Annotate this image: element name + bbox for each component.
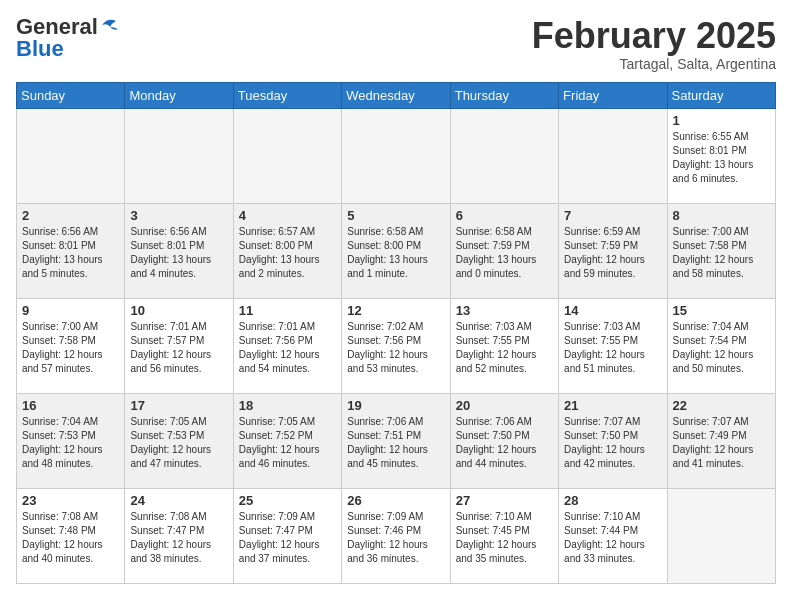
- day-info: Sunrise: 7:02 AM Sunset: 7:56 PM Dayligh…: [347, 320, 444, 376]
- calendar-day-cell: 19Sunrise: 7:06 AM Sunset: 7:51 PM Dayli…: [342, 393, 450, 488]
- day-info: Sunrise: 7:00 AM Sunset: 7:58 PM Dayligh…: [22, 320, 119, 376]
- day-info: Sunrise: 6:59 AM Sunset: 7:59 PM Dayligh…: [564, 225, 661, 281]
- day-info: Sunrise: 7:09 AM Sunset: 7:47 PM Dayligh…: [239, 510, 336, 566]
- day-info: Sunrise: 7:08 AM Sunset: 7:47 PM Dayligh…: [130, 510, 227, 566]
- day-number: 22: [673, 398, 770, 413]
- day-number: 17: [130, 398, 227, 413]
- calendar-day-cell: [233, 108, 341, 203]
- weekday-header-friday: Friday: [559, 82, 667, 108]
- logo-blue-text: Blue: [16, 38, 64, 60]
- calendar-day-cell: [125, 108, 233, 203]
- calendar-day-cell: 4Sunrise: 6:57 AM Sunset: 8:00 PM Daylig…: [233, 203, 341, 298]
- title-block: February 2025 Tartagal, Salta, Argentina: [532, 16, 776, 72]
- day-info: Sunrise: 6:58 AM Sunset: 8:00 PM Dayligh…: [347, 225, 444, 281]
- day-number: 20: [456, 398, 553, 413]
- calendar-day-cell: [450, 108, 558, 203]
- calendar-week-row: 16Sunrise: 7:04 AM Sunset: 7:53 PM Dayli…: [17, 393, 776, 488]
- day-number: 23: [22, 493, 119, 508]
- day-info: Sunrise: 7:04 AM Sunset: 7:54 PM Dayligh…: [673, 320, 770, 376]
- day-info: Sunrise: 7:05 AM Sunset: 7:52 PM Dayligh…: [239, 415, 336, 471]
- weekday-header-row: SundayMondayTuesdayWednesdayThursdayFrid…: [17, 82, 776, 108]
- weekday-header-thursday: Thursday: [450, 82, 558, 108]
- day-number: 2: [22, 208, 119, 223]
- calendar-day-cell: 10Sunrise: 7:01 AM Sunset: 7:57 PM Dayli…: [125, 298, 233, 393]
- month-title: February 2025: [532, 16, 776, 56]
- calendar-week-row: 2Sunrise: 6:56 AM Sunset: 8:01 PM Daylig…: [17, 203, 776, 298]
- calendar-day-cell: [559, 108, 667, 203]
- day-number: 10: [130, 303, 227, 318]
- location-text: Tartagal, Salta, Argentina: [532, 56, 776, 72]
- calendar-week-row: 23Sunrise: 7:08 AM Sunset: 7:48 PM Dayli…: [17, 488, 776, 583]
- day-info: Sunrise: 7:00 AM Sunset: 7:58 PM Dayligh…: [673, 225, 770, 281]
- day-info: Sunrise: 7:01 AM Sunset: 7:57 PM Dayligh…: [130, 320, 227, 376]
- day-info: Sunrise: 7:01 AM Sunset: 7:56 PM Dayligh…: [239, 320, 336, 376]
- day-info: Sunrise: 7:04 AM Sunset: 7:53 PM Dayligh…: [22, 415, 119, 471]
- day-number: 1: [673, 113, 770, 128]
- logo-bird-icon: [100, 17, 120, 33]
- day-number: 26: [347, 493, 444, 508]
- weekday-header-wednesday: Wednesday: [342, 82, 450, 108]
- day-number: 28: [564, 493, 661, 508]
- day-info: Sunrise: 7:08 AM Sunset: 7:48 PM Dayligh…: [22, 510, 119, 566]
- day-info: Sunrise: 6:56 AM Sunset: 8:01 PM Dayligh…: [130, 225, 227, 281]
- day-number: 3: [130, 208, 227, 223]
- calendar-day-cell: 1Sunrise: 6:55 AM Sunset: 8:01 PM Daylig…: [667, 108, 775, 203]
- day-number: 5: [347, 208, 444, 223]
- day-number: 7: [564, 208, 661, 223]
- calendar-day-cell: 8Sunrise: 7:00 AM Sunset: 7:58 PM Daylig…: [667, 203, 775, 298]
- calendar-day-cell: 2Sunrise: 6:56 AM Sunset: 8:01 PM Daylig…: [17, 203, 125, 298]
- day-number: 27: [456, 493, 553, 508]
- calendar-day-cell: 25Sunrise: 7:09 AM Sunset: 7:47 PM Dayli…: [233, 488, 341, 583]
- day-number: 12: [347, 303, 444, 318]
- day-number: 13: [456, 303, 553, 318]
- calendar-day-cell: 13Sunrise: 7:03 AM Sunset: 7:55 PM Dayli…: [450, 298, 558, 393]
- day-info: Sunrise: 7:07 AM Sunset: 7:49 PM Dayligh…: [673, 415, 770, 471]
- day-number: 21: [564, 398, 661, 413]
- day-number: 6: [456, 208, 553, 223]
- calendar-day-cell: 22Sunrise: 7:07 AM Sunset: 7:49 PM Dayli…: [667, 393, 775, 488]
- day-info: Sunrise: 7:05 AM Sunset: 7:53 PM Dayligh…: [130, 415, 227, 471]
- calendar-day-cell: [17, 108, 125, 203]
- calendar-day-cell: [342, 108, 450, 203]
- day-info: Sunrise: 7:03 AM Sunset: 7:55 PM Dayligh…: [456, 320, 553, 376]
- day-number: 15: [673, 303, 770, 318]
- calendar-day-cell: 16Sunrise: 7:04 AM Sunset: 7:53 PM Dayli…: [17, 393, 125, 488]
- day-number: 24: [130, 493, 227, 508]
- day-info: Sunrise: 7:07 AM Sunset: 7:50 PM Dayligh…: [564, 415, 661, 471]
- calendar-day-cell: 12Sunrise: 7:02 AM Sunset: 7:56 PM Dayli…: [342, 298, 450, 393]
- day-number: 18: [239, 398, 336, 413]
- day-info: Sunrise: 6:58 AM Sunset: 7:59 PM Dayligh…: [456, 225, 553, 281]
- day-number: 16: [22, 398, 119, 413]
- day-info: Sunrise: 7:10 AM Sunset: 7:45 PM Dayligh…: [456, 510, 553, 566]
- calendar-day-cell: 21Sunrise: 7:07 AM Sunset: 7:50 PM Dayli…: [559, 393, 667, 488]
- calendar-day-cell: 17Sunrise: 7:05 AM Sunset: 7:53 PM Dayli…: [125, 393, 233, 488]
- calendar-day-cell: [667, 488, 775, 583]
- calendar-day-cell: 26Sunrise: 7:09 AM Sunset: 7:46 PM Dayli…: [342, 488, 450, 583]
- day-info: Sunrise: 6:57 AM Sunset: 8:00 PM Dayligh…: [239, 225, 336, 281]
- page-header: General Blue February 2025 Tartagal, Sal…: [16, 16, 776, 72]
- weekday-header-monday: Monday: [125, 82, 233, 108]
- calendar-day-cell: 20Sunrise: 7:06 AM Sunset: 7:50 PM Dayli…: [450, 393, 558, 488]
- day-number: 8: [673, 208, 770, 223]
- calendar-day-cell: 11Sunrise: 7:01 AM Sunset: 7:56 PM Dayli…: [233, 298, 341, 393]
- day-info: Sunrise: 6:56 AM Sunset: 8:01 PM Dayligh…: [22, 225, 119, 281]
- calendar-day-cell: 27Sunrise: 7:10 AM Sunset: 7:45 PM Dayli…: [450, 488, 558, 583]
- day-info: Sunrise: 7:09 AM Sunset: 7:46 PM Dayligh…: [347, 510, 444, 566]
- day-number: 4: [239, 208, 336, 223]
- day-info: Sunrise: 7:06 AM Sunset: 7:50 PM Dayligh…: [456, 415, 553, 471]
- calendar-day-cell: 18Sunrise: 7:05 AM Sunset: 7:52 PM Dayli…: [233, 393, 341, 488]
- calendar-day-cell: 6Sunrise: 6:58 AM Sunset: 7:59 PM Daylig…: [450, 203, 558, 298]
- logo: General Blue: [16, 16, 120, 60]
- calendar-day-cell: 5Sunrise: 6:58 AM Sunset: 8:00 PM Daylig…: [342, 203, 450, 298]
- calendar-day-cell: 23Sunrise: 7:08 AM Sunset: 7:48 PM Dayli…: [17, 488, 125, 583]
- calendar-day-cell: 7Sunrise: 6:59 AM Sunset: 7:59 PM Daylig…: [559, 203, 667, 298]
- calendar-week-row: 1Sunrise: 6:55 AM Sunset: 8:01 PM Daylig…: [17, 108, 776, 203]
- weekday-header-saturday: Saturday: [667, 82, 775, 108]
- day-info: Sunrise: 7:06 AM Sunset: 7:51 PM Dayligh…: [347, 415, 444, 471]
- calendar-week-row: 9Sunrise: 7:00 AM Sunset: 7:58 PM Daylig…: [17, 298, 776, 393]
- calendar-table: SundayMondayTuesdayWednesdayThursdayFrid…: [16, 82, 776, 584]
- day-info: Sunrise: 6:55 AM Sunset: 8:01 PM Dayligh…: [673, 130, 770, 186]
- day-info: Sunrise: 7:03 AM Sunset: 7:55 PM Dayligh…: [564, 320, 661, 376]
- calendar-day-cell: 14Sunrise: 7:03 AM Sunset: 7:55 PM Dayli…: [559, 298, 667, 393]
- logo-general-text: General: [16, 16, 98, 38]
